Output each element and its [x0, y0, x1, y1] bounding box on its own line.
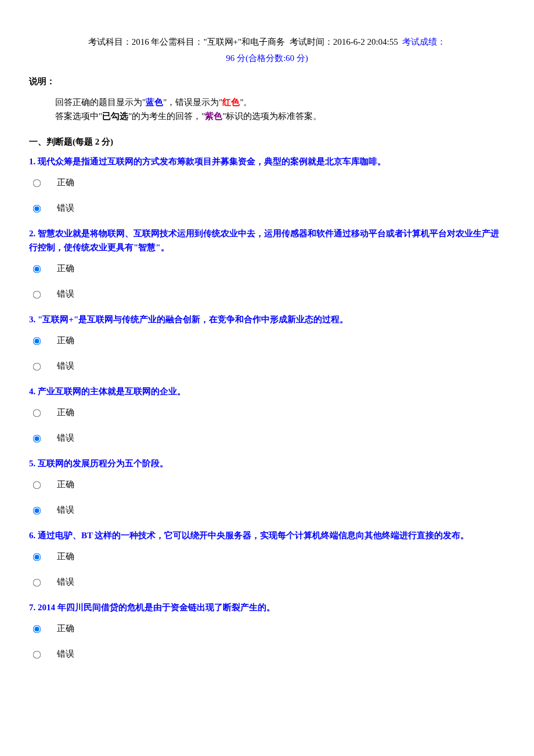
red-word: 红色	[222, 98, 240, 107]
text-fragment: "标识的选项为标准答案。	[222, 111, 322, 121]
option-label: 错误	[57, 503, 74, 517]
section-title: 一、判断题(每题 2 分)	[29, 135, 505, 149]
question-block: 6. 通过电驴、BT 这样的一种技术，它可以绕开中央服务器，实现每个计算机终端信…	[29, 528, 505, 589]
question-text: 4. 产业互联网的主体就是互联网的企业。	[29, 384, 505, 398]
question-block: 4. 产业互联网的主体就是互联网的企业。正确错误	[29, 384, 505, 445]
radio-input[interactable]	[33, 363, 41, 371]
radio-input[interactable]	[33, 651, 41, 659]
text-fragment: 答案选项中"	[55, 111, 102, 121]
instructions-label: 说明：	[29, 74, 505, 88]
exam-header-line2: 96 分(合格分数:60 分)	[29, 51, 505, 65]
subject-label: 考试科目：	[88, 37, 132, 46]
option-correct: 正确	[30, 477, 505, 491]
radio-input[interactable]	[33, 337, 41, 345]
exam-header-line1: 考试科目：2016 年公需科目："互联网+"和电子商务 考试时间：2016-6-…	[29, 35, 505, 49]
option-correct: 正确	[30, 175, 505, 189]
option-wrong: 错误	[30, 503, 505, 517]
instruction-line-1: 回答正确的题目显示为"蓝色"，错误显示为"红色"。	[55, 95, 505, 109]
radio-input[interactable]	[33, 579, 41, 587]
radio-input[interactable]	[33, 553, 41, 561]
option-label: 正确	[57, 261, 74, 275]
time-label: 考试时间：	[290, 37, 333, 46]
bold-word: 已勾选	[102, 111, 128, 121]
radio-input[interactable]	[33, 481, 41, 489]
purple-word: 紫色	[205, 111, 222, 121]
text-fragment: "，错误显示为"	[163, 98, 222, 107]
option-label: 错误	[57, 647, 74, 661]
radio-input[interactable]	[33, 265, 41, 273]
question-text: 6. 通过电驴、BT 这样的一种技术，它可以绕开中央服务器，实现每个计算机终端信…	[29, 528, 505, 542]
score-label: 考试成绩：	[402, 37, 446, 46]
option-wrong: 错误	[30, 201, 505, 215]
option-label: 正确	[57, 333, 74, 347]
option-wrong: 错误	[30, 575, 505, 589]
question-text: 2. 智慧农业就是将物联网、互联网技术运用到传统农业中去，运用传感器和软件通过移…	[29, 226, 505, 254]
question-block: 2. 智慧农业就是将物联网、互联网技术运用到传统农业中去，运用传感器和软件通过移…	[29, 226, 505, 301]
options-group: 正确错误	[30, 175, 505, 215]
instruction-line-2: 答案选项中"已勾选"的为考生的回答，"紫色"标识的选项为标准答案。	[55, 109, 505, 123]
radio-input[interactable]	[33, 205, 41, 213]
radio-input[interactable]	[33, 435, 41, 443]
text-fragment: 回答正确的题目显示为"	[55, 98, 146, 107]
question-text: 3. "互联网+"是互联网与传统产业的融合创新，在竞争和合作中形成新业态的过程。	[29, 312, 505, 326]
option-label: 错误	[57, 201, 74, 215]
text-fragment: "的为考生的回答，"	[128, 111, 205, 121]
question-text: 1. 现代众筹是指通过互联网的方式发布筹款项目并募集资金，典型的案例就是北京车库…	[29, 154, 505, 168]
radio-input[interactable]	[33, 625, 41, 633]
option-wrong: 错误	[30, 647, 505, 661]
options-group: 正确错误	[30, 549, 505, 589]
options-group: 正确错误	[30, 261, 505, 301]
options-group: 正确错误	[30, 333, 505, 373]
question-text: 5. 互联网的发展历程分为五个阶段。	[29, 456, 505, 470]
option-correct: 正确	[30, 405, 505, 419]
option-label: 正确	[57, 405, 74, 419]
instructions-block: 回答正确的题目显示为"蓝色"，错误显示为"红色"。 答案选项中"已勾选"的为考生…	[55, 95, 505, 123]
option-label: 错误	[57, 359, 74, 373]
score-value: 96 分	[226, 53, 246, 63]
radio-input[interactable]	[33, 291, 41, 299]
option-label: 错误	[57, 575, 74, 589]
option-correct: 正确	[30, 621, 505, 635]
subject-value: 2016 年公需科目："互联网+"和电子商务	[132, 37, 285, 46]
pass-score: (合格分数:60 分)	[246, 53, 308, 63]
options-group: 正确错误	[30, 405, 505, 445]
options-group: 正确错误	[30, 477, 505, 517]
option-wrong: 错误	[30, 287, 505, 301]
radio-input[interactable]	[33, 179, 41, 188]
option-correct: 正确	[30, 549, 505, 563]
options-group: 正确错误	[30, 621, 505, 661]
option-correct: 正确	[30, 333, 505, 347]
time-value: 2016-6-2 20:04:55	[333, 37, 398, 46]
question-block: 5. 互联网的发展历程分为五个阶段。正确错误	[29, 456, 505, 517]
blue-word: 蓝色	[146, 98, 163, 107]
option-label: 正确	[57, 549, 74, 563]
option-label: 正确	[57, 621, 74, 635]
option-label: 错误	[57, 287, 74, 301]
questions-container: 1. 现代众筹是指通过互联网的方式发布筹款项目并募集资金，典型的案例就是北京车库…	[29, 154, 505, 661]
option-correct: 正确	[30, 261, 505, 275]
question-text: 7. 2014 年四川民间借贷的危机是由于资金链出现了断裂产生的。	[29, 600, 505, 614]
option-label: 正确	[57, 175, 74, 189]
radio-input[interactable]	[33, 507, 41, 515]
question-block: 1. 现代众筹是指通过互联网的方式发布筹款项目并募集资金，典型的案例就是北京车库…	[29, 154, 505, 215]
question-block: 7. 2014 年四川民间借贷的危机是由于资金链出现了断裂产生的。正确错误	[29, 600, 505, 661]
option-wrong: 错误	[30, 431, 505, 445]
text-fragment: "。	[240, 98, 252, 107]
question-block: 3. "互联网+"是互联网与传统产业的融合创新，在竞争和合作中形成新业态的过程。…	[29, 312, 505, 373]
option-label: 错误	[57, 431, 74, 445]
option-label: 正确	[57, 477, 74, 491]
option-wrong: 错误	[30, 359, 505, 373]
radio-input[interactable]	[33, 409, 41, 417]
